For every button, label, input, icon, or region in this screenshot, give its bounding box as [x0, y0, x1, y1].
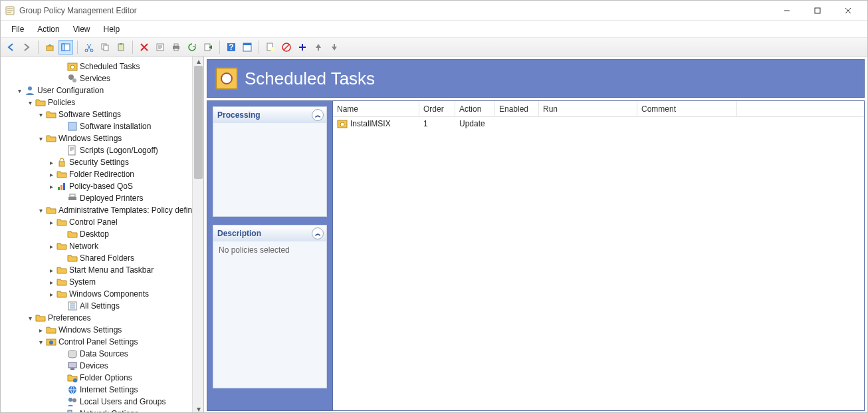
col-comment[interactable]: Comment [637, 101, 737, 116]
tree-item[interactable]: Software Settings [1, 108, 203, 120]
tree-scrollbar[interactable]: ▴ ▾ [192, 57, 203, 413]
close-button[interactable] [833, 1, 863, 21]
tree-item[interactable]: Devices [1, 360, 203, 372]
move-down-button[interactable] [327, 40, 342, 55]
tree-item[interactable]: Start Menu and Taskbar [1, 264, 203, 276]
scroll-thumb[interactable] [194, 66, 203, 179]
scroll-down-icon[interactable]: ▾ [193, 404, 204, 413]
svg-text:?: ? [229, 43, 233, 52]
caret-down-icon[interactable] [37, 135, 45, 142]
window-title: Group Policy Management Editor [19, 6, 772, 15]
tree-item[interactable]: Folder Options [1, 372, 203, 384]
caret-right-icon[interactable] [47, 279, 55, 286]
minimize-button[interactable] [772, 1, 802, 21]
tree-item[interactable]: All Settings [1, 300, 203, 312]
help-button[interactable]: ? [224, 40, 239, 55]
paste-button[interactable] [114, 40, 128, 55]
tree-item[interactable]: Deployed Printers [1, 192, 203, 204]
col-order[interactable]: Order [419, 101, 455, 116]
tree-item[interactable]: Policies [1, 96, 203, 108]
svg-rect-32 [59, 162, 64, 166]
tree-item[interactable]: Preferences [1, 312, 203, 324]
caret-right-icon[interactable] [47, 159, 55, 166]
folder-icon [67, 229, 78, 239]
toolbar: ? [1, 38, 867, 57]
tree-item[interactable]: Data Sources [1, 348, 203, 360]
tree-item[interactable]: Internet Settings [1, 384, 203, 396]
new-item-button[interactable] [295, 40, 310, 55]
show-hide-tree-button[interactable] [58, 40, 73, 55]
caret-right-icon[interactable] [47, 219, 55, 226]
menu-view[interactable]: View [66, 22, 97, 37]
folder-icon [46, 133, 56, 144]
collapse-icon[interactable]: ︽ [312, 227, 324, 239]
description-header[interactable]: Description ︽ [213, 225, 326, 241]
up-level-button[interactable] [43, 40, 57, 55]
folder-icon [56, 241, 67, 251]
properties-button[interactable] [153, 40, 167, 55]
folder-icon [35, 313, 46, 323]
caret-right-icon[interactable] [47, 171, 55, 178]
tree-item[interactable]: Windows Settings [1, 324, 203, 336]
tree-item[interactable]: Shared Folders [1, 252, 203, 264]
caret-down-icon[interactable] [37, 111, 45, 118]
caret-right-icon[interactable] [37, 327, 45, 334]
tree-item[interactable]: Software installation [1, 120, 203, 132]
tree-item[interactable]: Control Panel Settings [1, 336, 203, 348]
tree-item[interactable]: User Configuration [1, 84, 203, 96]
tree-item[interactable]: Scheduled Tasks [1, 61, 203, 72]
caret-right-icon[interactable] [47, 267, 55, 274]
tree-item[interactable]: Desktop [1, 228, 203, 240]
move-up-button[interactable] [311, 40, 326, 55]
tree-item[interactable]: Local Users and Groups [1, 396, 203, 408]
scroll-up-icon[interactable]: ▴ [193, 57, 204, 66]
col-action[interactable]: Action [455, 101, 495, 116]
tree-item[interactable]: Security Settings [1, 156, 203, 168]
collapse-icon[interactable]: ︽ [312, 109, 324, 121]
forward-button[interactable] [19, 40, 34, 55]
col-enabled[interactable]: Enabled [495, 101, 539, 116]
tree-item[interactable]: Scripts (Logon/Logoff) [1, 144, 203, 156]
caret-right-icon[interactable] [47, 291, 55, 298]
print-button[interactable] [169, 40, 183, 55]
tree-item[interactable]: Services [1, 72, 203, 84]
options-button[interactable] [240, 40, 255, 55]
tree-item[interactable]: Folder Redirection [1, 168, 203, 180]
caret-down-icon[interactable] [37, 207, 45, 214]
stop-button[interactable] [279, 40, 294, 55]
caret-right-icon[interactable] [47, 243, 55, 250]
tree-item[interactable]: Control Panel [1, 216, 203, 228]
tree-item[interactable]: System [1, 276, 203, 288]
tree-item[interactable]: Network [1, 240, 203, 252]
refresh-button[interactable] [185, 40, 199, 55]
caret-right-icon[interactable] [47, 183, 55, 190]
tree-item[interactable]: Administrative Templates: Policy defin [1, 204, 203, 216]
caret-down-icon[interactable] [37, 339, 45, 346]
tree-item[interactable]: Network Options [1, 408, 203, 413]
tree-view[interactable]: Scheduled TasksServicesUser Configuratio… [1, 57, 203, 413]
processing-header[interactable]: Processing ︽ [213, 107, 326, 123]
col-name[interactable]: Name [333, 101, 419, 116]
copy-button[interactable] [98, 40, 112, 55]
menu-action[interactable]: Action [31, 22, 66, 37]
list-row[interactable]: InstallMSIX1Update [333, 117, 864, 130]
tree-item[interactable]: Policy-based QoS [1, 180, 203, 192]
tree-item[interactable]: Windows Components [1, 288, 203, 300]
svc-icon [67, 73, 78, 84]
cell-text: InstallMSIX [350, 119, 391, 128]
tree-item-label: Software Settings [58, 110, 121, 119]
caret-down-icon[interactable] [15, 87, 23, 94]
svg-point-46 [68, 398, 72, 402]
filter-button[interactable] [263, 40, 278, 55]
cut-button[interactable] [82, 40, 96, 55]
caret-down-icon[interactable] [26, 99, 34, 106]
caret-down-icon[interactable] [26, 315, 34, 322]
menu-help[interactable]: Help [97, 22, 127, 37]
maximize-button[interactable] [802, 1, 833, 21]
menu-file[interactable]: File [5, 22, 31, 37]
delete-button[interactable] [137, 40, 152, 55]
back-button[interactable] [3, 40, 18, 55]
col-run[interactable]: Run [539, 101, 637, 116]
export-button[interactable] [201, 40, 215, 55]
tree-item[interactable]: Windows Settings [1, 132, 203, 144]
